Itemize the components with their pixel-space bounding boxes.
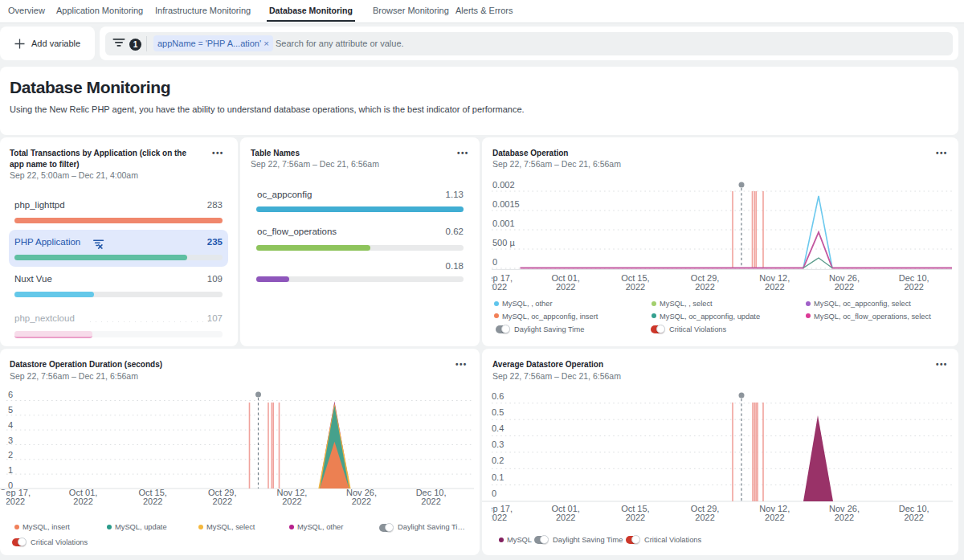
svg-text:0.2: 0.2 [492, 456, 504, 465]
svg-text:Nov 12,: Nov 12, [759, 504, 790, 513]
svg-text:4: 4 [8, 420, 13, 430]
svg-text:2022: 2022 [352, 497, 371, 506]
svg-text:0: 0 [492, 488, 496, 498]
svg-text:0: 0 [492, 257, 497, 267]
svg-text:2022: 2022 [904, 513, 923, 522]
svg-text:Nov 26,: Nov 26, [829, 504, 860, 513]
svg-text:2022: 2022 [835, 513, 854, 522]
svg-text:2022: 2022 [556, 513, 575, 522]
svg-text:2022: 2022 [835, 282, 854, 292]
svg-text:0.001: 0.001 [492, 219, 515, 228]
svg-text:2022: 2022 [143, 497, 162, 506]
svg-text:6: 6 [8, 390, 13, 399]
svg-text:2022: 2022 [6, 497, 25, 506]
svg-text:2022: 2022 [695, 282, 714, 292]
svg-text:0.5: 0.5 [492, 407, 504, 417]
svg-text:2022: 2022 [626, 282, 645, 292]
svg-text:2022: 2022 [765, 513, 784, 522]
svg-text:0.1: 0.1 [492, 472, 504, 482]
svg-text:Dec 10,: Dec 10, [899, 504, 929, 513]
svg-text:2: 2 [8, 450, 13, 460]
svg-text:5: 5 [8, 405, 13, 415]
svg-text:2022: 2022 [282, 497, 301, 506]
svg-text:2022: 2022 [904, 282, 923, 292]
svg-text:0.3: 0.3 [492, 439, 504, 449]
svg-text:0.002: 0.002 [492, 180, 515, 190]
svg-text:2022: 2022 [556, 282, 575, 292]
svg-text:1: 1 [8, 465, 13, 475]
svg-text:2022: 2022 [213, 497, 232, 506]
svg-text:500 µ: 500 µ [492, 238, 515, 247]
svg-text:Oct 01,: Oct 01, [551, 504, 579, 513]
svg-text:0.6: 0.6 [492, 391, 504, 401]
svg-text:0.4: 0.4 [492, 423, 504, 433]
svg-text:Oct 15,: Oct 15, [621, 504, 649, 513]
svg-text:2022: 2022 [421, 497, 440, 506]
svg-text:0.0015: 0.0015 [492, 199, 520, 209]
svg-text:2022: 2022 [73, 497, 92, 506]
svg-text:3: 3 [8, 435, 13, 445]
svg-text:2022: 2022 [765, 282, 784, 292]
svg-text:2022: 2022 [695, 513, 714, 522]
svg-text:Oct 29,: Oct 29, [691, 504, 719, 513]
svg-text:2022: 2022 [626, 513, 645, 522]
